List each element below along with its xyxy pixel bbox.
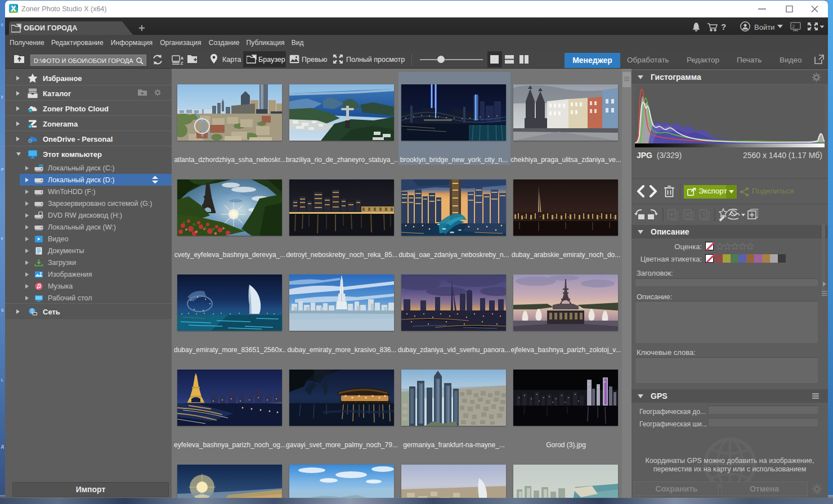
svg-text:Z: Z [181, 61, 183, 65]
svg-text:A: A [181, 56, 184, 61]
